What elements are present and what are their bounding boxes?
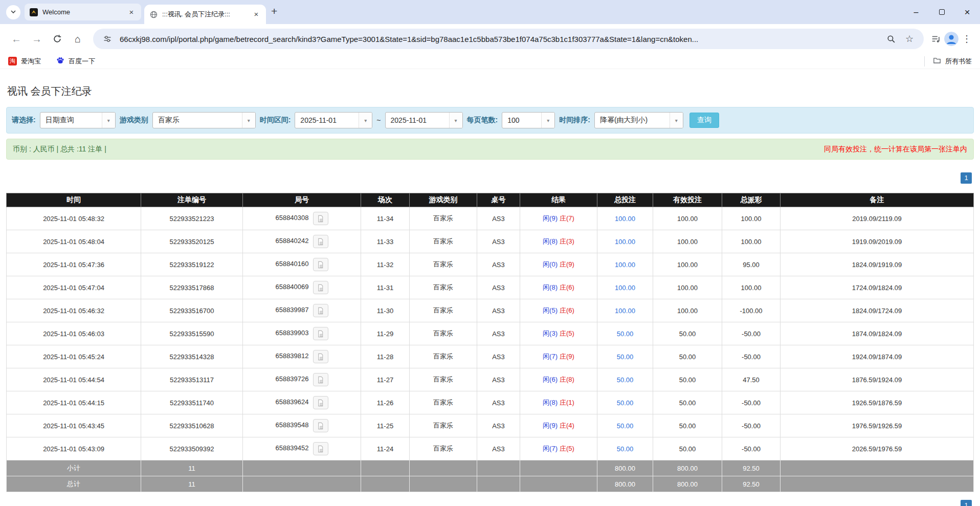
result-player: 闲(6) [543, 376, 558, 383]
cell-remark: 1926.59/1876.59 [781, 391, 974, 414]
cell-empty [410, 460, 477, 476]
search-button[interactable]: 查询 [689, 113, 719, 128]
bet-record-table: 时间 注单编号 局号 场次 游戏类别 桌号 结果 总投注 有效投注 总派彩 备注… [6, 193, 974, 492]
select-type-label: 请选择: [12, 116, 36, 125]
video-replay-button[interactable] [313, 350, 328, 363]
bookmark-taobao[interactable]: 淘 爱淘宝 [8, 57, 41, 66]
home-button[interactable]: ⌂ [69, 30, 87, 48]
chevron-down-icon[interactable]: ▾ [449, 113, 462, 128]
video-replay-button[interactable] [313, 235, 328, 248]
cell-round: 658840242 [243, 230, 361, 253]
pagination-bottom: 1 [961, 500, 972, 506]
cell-result: 闲(8)庄(1) [520, 391, 597, 414]
cell-session: 11-29 [361, 322, 410, 345]
date-to-select[interactable]: 2025-11-01 ▾ [385, 112, 463, 128]
video-replay-button[interactable] [313, 373, 328, 386]
zoom-icon[interactable] [885, 33, 897, 45]
bookmark-star-icon[interactable]: ☆ [903, 33, 916, 45]
result-player: 闲(5) [543, 306, 558, 314]
tab-welcome[interactable]: Welcome × [25, 4, 141, 20]
total-bet-link[interactable]: 100.00 [615, 215, 635, 223]
bookmark-label: 爱淘宝 [21, 57, 41, 66]
back-button[interactable]: ← [7, 30, 26, 48]
cell-payout: -100.00 [722, 299, 781, 322]
result-banker: 庄(8) [560, 376, 574, 383]
col-header-remark: 备注 [781, 193, 974, 207]
video-replay-button[interactable] [313, 396, 328, 409]
chevron-down-icon[interactable]: ▾ [102, 113, 115, 128]
video-replay-button[interactable] [313, 212, 328, 225]
bookmark-baidu[interactable]: 百度一下 [56, 56, 95, 66]
cell-session: 11-24 [361, 437, 410, 460]
cell-round: 658840308 [243, 207, 361, 230]
total-bet-link[interactable]: 100.00 [615, 238, 635, 246]
sort-order-select[interactable]: 降幂(由大到小) ▾ [594, 112, 683, 128]
total-valid-bet: 800.00 [653, 476, 722, 492]
cell-game: 百家乐 [410, 299, 477, 322]
subtotal-count: 11 [141, 460, 243, 476]
chevron-down-icon[interactable]: ▾ [670, 113, 683, 128]
chevron-down-icon[interactable]: ▾ [359, 113, 372, 128]
profile-avatar[interactable] [944, 32, 959, 46]
reload-button[interactable] [48, 30, 66, 48]
video-replay-button[interactable] [313, 442, 328, 455]
total-bet-link[interactable]: 50.00 [617, 376, 634, 384]
query-type-select[interactable]: 日期查询 ▾ [40, 112, 116, 128]
total-bet-link[interactable]: 100.00 [615, 284, 635, 292]
video-replay-button[interactable] [313, 258, 328, 271]
total-bet-link[interactable]: 50.00 [617, 330, 634, 338]
video-replay-button[interactable] [313, 304, 328, 317]
close-tab-icon[interactable]: × [127, 8, 136, 17]
total-bet-link[interactable]: 50.00 [617, 445, 634, 453]
browser-menu-icon[interactable]: ⋮ [961, 33, 973, 45]
cell-total-bet: 50.00 [597, 368, 653, 391]
site-settings-tune-icon[interactable] [101, 33, 114, 45]
close-tab-icon[interactable]: × [252, 10, 261, 19]
cell-result: 闲(6)庄(8) [520, 368, 597, 391]
page-1-button[interactable]: 1 [961, 500, 972, 506]
video-replay-button[interactable] [313, 419, 328, 432]
cell-valid-bet: 50.00 [653, 345, 722, 368]
cell-total-bet: 100.00 [597, 230, 653, 253]
maximize-button[interactable] [929, 0, 954, 24]
game-type-select[interactable]: 百家乐 ▾ [152, 112, 256, 128]
total-bet-link[interactable]: 100.00 [615, 261, 635, 269]
date-from-select[interactable]: 2025-11-01 ▾ [295, 112, 372, 128]
chevron-down-icon[interactable]: ▾ [541, 113, 554, 128]
cell-round: 658840069 [243, 276, 361, 299]
total-total-bet: 800.00 [597, 476, 653, 492]
baidu-paw-icon [56, 56, 64, 66]
close-window-button[interactable]: × [954, 0, 980, 24]
total-bet-link[interactable]: 50.00 [617, 353, 634, 361]
page-1-button[interactable]: 1 [961, 172, 972, 184]
col-header-total-bet: 总投注 [597, 193, 653, 207]
result-banker: 庄(7) [560, 214, 574, 222]
cell-total-bet: 100.00 [597, 276, 653, 299]
per-page-select[interactable]: 100 ▾ [502, 112, 555, 128]
round-number: 658839624 [275, 398, 308, 406]
round-number: 658840160 [275, 260, 308, 268]
total-bet-link[interactable]: 50.00 [617, 399, 634, 407]
tab-search-button[interactable] [6, 5, 20, 19]
tab-betrecord[interactable]: :::视讯. 会员下注纪录::: × [144, 5, 266, 24]
media-controls-icon[interactable] [930, 33, 942, 45]
cell-result: 闲(9)庄(7) [520, 207, 597, 230]
cell-bet-id: 522933513117 [141, 368, 243, 391]
total-bet-link[interactable]: 50.00 [617, 422, 634, 430]
cell-bet-id: 522933519122 [141, 253, 243, 276]
video-replay-button[interactable] [313, 327, 328, 340]
table-header: 时间 注单编号 局号 场次 游戏类别 桌号 结果 总投注 有效投注 总派彩 备注 [7, 193, 974, 207]
total-bet-link[interactable]: 100.00 [615, 307, 635, 315]
minimize-button[interactable]: – [903, 0, 929, 24]
url-text[interactable]: 66cxkj98.com/ipl/portal.php/game/betreco… [120, 35, 879, 43]
forward-button[interactable]: → [28, 30, 46, 48]
chevron-down-icon[interactable]: ▾ [242, 113, 255, 128]
video-replay-button[interactable] [313, 281, 328, 294]
all-bookmarks-button[interactable]: 所有书签 [924, 56, 972, 67]
cell-bet-id: 522933514328 [141, 345, 243, 368]
new-tab-button[interactable]: + [271, 5, 277, 17]
cell-game: 百家乐 [410, 414, 477, 437]
col-header-time: 时间 [7, 193, 141, 207]
address-bar[interactable]: 66cxkj98.com/ipl/portal.php/game/betreco… [93, 29, 924, 49]
tab-title: Welcome [42, 8, 122, 16]
